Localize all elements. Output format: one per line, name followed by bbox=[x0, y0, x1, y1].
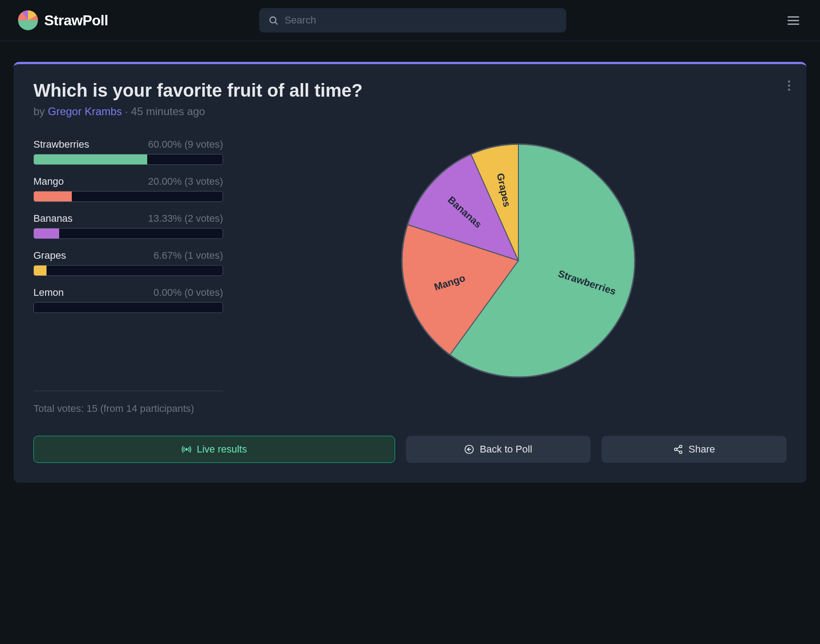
bar-fill bbox=[34, 266, 47, 275]
back-to-poll-label: Back to Poll bbox=[480, 443, 532, 455]
menu-button[interactable] bbox=[785, 14, 802, 28]
option-stat: 6.67% (1 votes) bbox=[154, 250, 223, 261]
divider bbox=[33, 391, 223, 391]
back-to-poll-button[interactable]: Back to Poll bbox=[406, 436, 591, 463]
option-name: Mango bbox=[33, 176, 64, 187]
logo-icon bbox=[18, 10, 38, 30]
author-link[interactable]: Gregor Krambs bbox=[48, 105, 122, 117]
results-list: Strawberries 60.00% (9 votes) Mango 20.0… bbox=[33, 139, 223, 383]
byline-sep: · bbox=[122, 105, 131, 117]
bar-fill bbox=[34, 154, 147, 164]
live-results-button[interactable]: Live results bbox=[33, 436, 395, 463]
bar-fill bbox=[34, 191, 72, 201]
more-options-button[interactable] bbox=[786, 79, 792, 93]
action-buttons: Live results Back to Poll Share bbox=[33, 436, 787, 463]
result-row: Bananas 13.33% (2 votes) bbox=[33, 213, 223, 239]
search-input[interactable] bbox=[284, 14, 557, 26]
option-stat: 0.00% (0 votes) bbox=[154, 287, 223, 299]
option-stat: 13.33% (2 votes) bbox=[148, 213, 223, 224]
brand-text: StrawPoll bbox=[44, 12, 108, 29]
svg-line-10 bbox=[677, 447, 680, 449]
totals-text: Total votes: 15 (from 14 participants) bbox=[33, 401, 196, 416]
bar-track bbox=[33, 265, 223, 276]
search-icon bbox=[268, 15, 279, 26]
poll-byline: by Gregor Krambs · 45 minutes ago bbox=[33, 105, 787, 118]
time-ago: 45 minutes ago bbox=[131, 105, 205, 117]
pie-chart: StrawberriesMangoBananasGrapes bbox=[396, 139, 640, 383]
bar-track bbox=[33, 302, 223, 313]
svg-line-2 bbox=[275, 22, 277, 24]
svg-point-4 bbox=[186, 448, 187, 450]
result-row: Lemon 0.00% (0 votes) bbox=[33, 287, 223, 313]
brand[interactable]: StrawPoll bbox=[18, 10, 108, 30]
bar-track bbox=[33, 191, 223, 202]
svg-line-11 bbox=[677, 450, 680, 452]
arrow-left-circle-icon bbox=[464, 444, 474, 454]
bar-track bbox=[33, 228, 223, 239]
live-results-label: Live results bbox=[197, 443, 247, 455]
option-stat: 60.00% (9 votes) bbox=[148, 139, 223, 150]
share-icon bbox=[673, 444, 683, 454]
option-name: Lemon bbox=[33, 287, 64, 299]
option-name: Grapes bbox=[33, 250, 66, 261]
poll-title: Which is your favorite fruit of all time… bbox=[33, 80, 787, 101]
poll-card: Which is your favorite fruit of all time… bbox=[14, 62, 806, 483]
option-name: Strawberries bbox=[33, 139, 89, 150]
bar-track bbox=[33, 154, 223, 165]
share-button[interactable]: Share bbox=[601, 436, 787, 463]
result-row: Mango 20.00% (3 votes) bbox=[33, 176, 223, 202]
search-box[interactable] bbox=[259, 8, 566, 33]
by-prefix: by bbox=[33, 105, 48, 117]
share-label: Share bbox=[689, 443, 715, 455]
option-name: Bananas bbox=[33, 213, 73, 224]
topbar: StrawPoll bbox=[0, 0, 820, 41]
bar-fill bbox=[34, 229, 59, 238]
broadcast-icon bbox=[182, 444, 191, 454]
result-row: Strawberries 60.00% (9 votes) bbox=[33, 139, 223, 165]
result-row: Grapes 6.67% (1 votes) bbox=[33, 250, 223, 276]
option-stat: 20.00% (3 votes) bbox=[148, 176, 223, 187]
